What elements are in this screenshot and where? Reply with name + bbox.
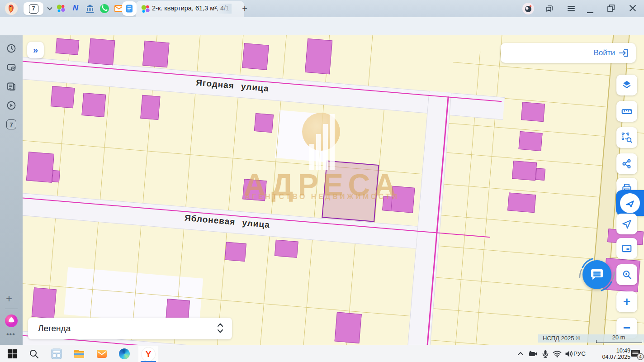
yandex-browser-logo: Y <box>142 348 155 361</box>
alice-assistant-icon[interactable] <box>5 314 18 329</box>
minimize-button[interactable] <box>587 7 594 15</box>
chat-button[interactable] <box>582 260 611 289</box>
menu-icon[interactable] <box>567 4 576 15</box>
building <box>140 95 160 120</box>
scale-bar <box>596 340 642 343</box>
attribution-text: НСПД 2025 © <box>543 335 580 342</box>
close-button[interactable] <box>629 4 637 14</box>
building <box>335 312 362 343</box>
map-rotated-layer: Ягодная улица Яблоневая улица Цветочная … <box>23 35 644 345</box>
profile-avatar-parrot[interactable] <box>5 2 18 15</box>
video-icon[interactable] <box>6 100 16 112</box>
browser-tab-bar: 7 N 2-к. квартира, 61,3 м², 4/1 + <box>0 0 644 17</box>
selected-parcel[interactable] <box>322 160 379 222</box>
building <box>305 38 332 74</box>
building <box>518 131 542 151</box>
tray-language[interactable]: РУС <box>573 350 586 357</box>
expand-sidebar-button[interactable]: » <box>27 42 44 58</box>
building <box>225 242 246 262</box>
add-panel-button[interactable]: + <box>6 292 12 305</box>
history-icon[interactable] <box>6 43 16 55</box>
chat-bubble-icon <box>589 267 605 282</box>
area-search-button[interactable] <box>616 127 637 148</box>
feedback-chat-widget[interactable] <box>576 254 618 295</box>
building <box>390 186 415 213</box>
building <box>51 86 75 108</box>
tray-wifi-icon[interactable] <box>551 348 563 360</box>
taskbar-edge-icon[interactable] <box>118 348 130 360</box>
building <box>242 179 267 201</box>
building <box>507 192 536 213</box>
browser-ai-side-panel-button[interactable] <box>616 190 644 216</box>
building <box>535 168 545 181</box>
building <box>81 93 106 117</box>
tray-expand-icon[interactable] <box>515 348 526 360</box>
seven-widget-tile[interactable]: 7 <box>6 119 16 129</box>
notification-center-button[interactable]: 4 <box>630 349 644 362</box>
feed-icon[interactable] <box>6 81 16 93</box>
ai-circle <box>620 193 640 213</box>
tab-groups-icon[interactable] <box>545 4 554 15</box>
taskbar-file-explorer-icon[interactable] <box>73 348 85 360</box>
tray-microphone-icon[interactable] <box>540 348 551 360</box>
building <box>254 113 274 133</box>
restore-button[interactable] <box>607 4 615 14</box>
login-arrow-icon <box>619 48 629 57</box>
windows-taskbar: Y РУС 10:49 04.07.2025 4 <box>0 345 644 362</box>
zoom-out-label: − <box>623 322 630 334</box>
building <box>512 161 537 181</box>
browser-side-panel: 7 + ••• <box>0 35 23 345</box>
tab-title-fade <box>216 4 232 14</box>
buildings-layer <box>23 35 644 345</box>
building <box>26 152 54 183</box>
taskbar-yandex-browser-active[interactable]: Y <box>138 346 158 362</box>
pinned-tab-documents[interactable] <box>122 1 137 16</box>
building <box>56 38 80 55</box>
map-canvas[interactable]: Ягодная улица Яблоневая улица Цветочная … <box>23 35 644 345</box>
pinned-tab-n-logo-icon[interactable]: N <box>71 4 80 14</box>
taskbar-mail-icon[interactable] <box>96 348 108 360</box>
overview-map-button[interactable] <box>616 238 637 259</box>
taskbar-search-icon[interactable] <box>28 348 40 360</box>
divider <box>5 309 18 309</box>
more-options-icon[interactable]: ••• <box>6 330 15 338</box>
search-on-map-button[interactable] <box>616 264 637 285</box>
tab-list-chevron-icon[interactable] <box>46 5 53 14</box>
tab-counter[interactable]: 7 <box>24 2 43 15</box>
building <box>52 170 60 182</box>
scale-label: 20 m <box>596 334 641 341</box>
browser-profile-icon[interactable] <box>522 3 534 14</box>
login-label: Войти <box>593 48 615 57</box>
screenshot-tool-icon[interactable] <box>6 62 16 74</box>
building <box>242 43 269 70</box>
tray-time: 10:49 <box>591 348 630 354</box>
my-location-button[interactable] <box>616 214 637 234</box>
start-button[interactable] <box>6 348 18 360</box>
building <box>382 196 393 211</box>
pinned-tab-bank-icon[interactable] <box>85 4 95 14</box>
measure-button[interactable] <box>616 101 637 122</box>
browser-toolbar: Я nspd.gov.ru НСПД | Геоинформационный п… <box>0 17 644 35</box>
legend-panel[interactable]: Легенда <box>28 318 232 339</box>
zoom-in-button[interactable]: + <box>616 291 637 312</box>
building <box>32 287 57 319</box>
documents-icon <box>124 4 134 14</box>
building <box>521 102 545 122</box>
new-tab-button[interactable]: + <box>239 3 251 14</box>
share-button[interactable] <box>616 153 637 174</box>
svg-text:4: 4 <box>639 354 642 359</box>
tray-camera-icon[interactable] <box>527 348 539 360</box>
layers-button[interactable] <box>616 75 637 95</box>
pinned-tab-avito-icon[interactable] <box>56 4 66 14</box>
login-panel[interactable]: Войти <box>501 43 636 63</box>
building <box>275 240 298 258</box>
legend-collapse-icon[interactable] <box>217 321 224 337</box>
taskbar-app-1c-icon[interactable] <box>51 348 62 360</box>
tray-date: 04.07.2025 <box>591 354 630 360</box>
building <box>88 38 115 65</box>
legend-title: Легенда <box>38 324 71 333</box>
building <box>142 41 169 67</box>
pinned-tab-whatsapp-icon[interactable] <box>99 4 109 14</box>
tray-clock[interactable]: 10:49 04.07.2025 <box>591 348 630 360</box>
zoom-in-label: + <box>623 295 630 308</box>
